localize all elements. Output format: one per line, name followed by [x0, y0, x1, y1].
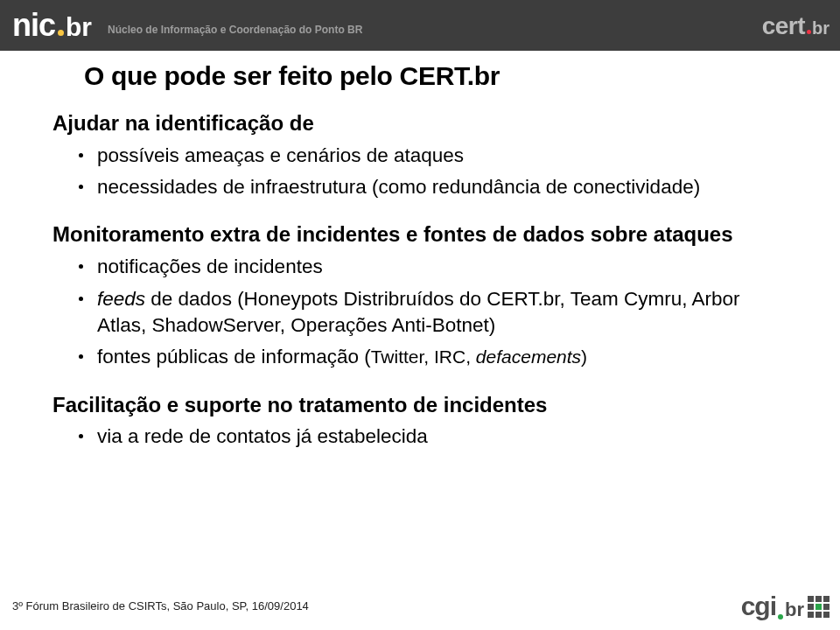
italic-text: defacements [476, 346, 581, 367]
bullet-text: via a rede de contatos já estabelecida [97, 424, 428, 450]
section-heading: Facilitação e suporte no tratamento de i… [52, 392, 788, 419]
spacer [52, 200, 788, 216]
bullet-text-part: de dados (Honeypots Distribruídos do CER… [97, 288, 740, 336]
cgi-logo: cgi br [741, 592, 830, 621]
bullet-text: necessidades de infraestrutura (como red… [97, 174, 700, 200]
list-item: necessidades de infraestrutura (como red… [79, 174, 788, 200]
bullet-text-part: Twitter, IRC, [371, 346, 476, 367]
bullet-text: possíveis ameaças e cenários de ataques [97, 143, 464, 169]
nic-logo: nic br [12, 7, 92, 44]
bullet-text-part: fontes públicas de informação ( [97, 346, 371, 368]
section-heading: Monitoramento extra de incidentes e font… [52, 221, 788, 248]
page-title: O que pode ser feito pelo CERT.br [84, 61, 788, 91]
bullet-text: fontes públicas de informação (Twitter, … [97, 344, 587, 370]
list-item: via a rede de contatos já estabelecida [79, 424, 788, 450]
cert-logo-text: cert [762, 12, 805, 40]
slide: nic br Núcleo de Informação e Coordenaçã… [0, 0, 840, 630]
bullet-text-part: ) [581, 346, 587, 367]
cert-logo-br: br [812, 18, 830, 38]
dot-icon [58, 30, 64, 36]
list-item: fontes públicas de informação (Twitter, … [79, 344, 788, 370]
bullet-list: via a rede de contatos já estabelecida [79, 424, 788, 450]
spacer [52, 371, 788, 387]
bullet-icon [79, 297, 83, 301]
dot-icon [807, 30, 811, 34]
cert-logo: cert br [762, 12, 830, 40]
bullet-icon [79, 434, 83, 438]
section-heading: Ajudar na identificação de [52, 110, 788, 137]
content: O que pode ser feito pelo CERT.br Ajudar… [52, 61, 788, 451]
footer-note: 3º Fórum Brasileiro de CSIRTs, São Paulo… [12, 599, 309, 612]
bullet-text: notificações de incidentes [97, 254, 323, 280]
list-item: notificações de incidentes [79, 254, 788, 280]
grid-icon [808, 596, 830, 618]
topbar: nic br Núcleo de Informação e Coordenaçã… [0, 0, 840, 51]
cgi-logo-br: br [785, 598, 804, 621]
bullet-list: possíveis ameaças e cenários de ataques … [79, 143, 788, 201]
list-item: feeds de dados (Honeypots Distribruídos … [79, 286, 788, 340]
bullet-list: notificações de incidentes feeds de dado… [79, 254, 788, 371]
cgi-logo-text: cgi [741, 592, 776, 621]
bullet-icon [79, 153, 83, 158]
bullet-icon [79, 264, 83, 269]
bullet-icon [79, 185, 83, 189]
bullet-text: feeds de dados (Honeypots Distribruídos … [97, 286, 788, 340]
nic-logo-text: nic [12, 7, 55, 44]
bullet-icon [79, 354, 83, 359]
nic-subtitle: Núcleo de Informação e Coordenação do Po… [108, 24, 362, 36]
nic-logo-br: br [66, 12, 92, 42]
italic-text: feeds [97, 288, 145, 310]
list-item: possíveis ameaças e cenários de ataques [79, 143, 788, 169]
dot-icon [778, 614, 783, 620]
